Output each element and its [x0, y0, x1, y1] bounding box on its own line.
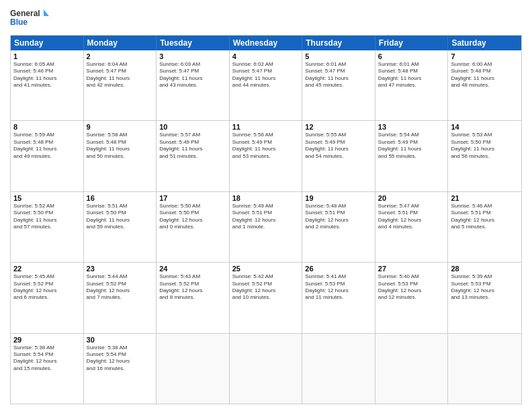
cell-daylight-info: Sunrise: 5:55 AMSunset: 5:49 PMDaylight:…: [305, 132, 372, 160]
day-number: 27: [378, 265, 445, 273]
cell-daylight-info: Sunrise: 5:40 AMSunset: 5:53 PMDaylight:…: [378, 273, 445, 302]
calendar-cell: 8Sunrise: 5:59 AMSunset: 5:48 PMDaylight…: [11, 121, 84, 191]
cell-daylight-info: Sunrise: 5:38 AMSunset: 5:54 PMDaylight:…: [87, 345, 154, 373]
day-number: 22: [13, 265, 81, 273]
calendar-cell: 27Sunrise: 5:40 AMSunset: 5:53 PMDayligh…: [375, 263, 449, 332]
calendar-cell: 24Sunrise: 5:43 AMSunset: 5:52 PMDayligh…: [157, 263, 230, 332]
cell-daylight-info: Sunrise: 5:42 AMSunset: 5:52 PMDaylight:…: [232, 273, 300, 302]
cell-daylight-info: Sunrise: 6:02 AMSunset: 5:47 PMDaylight:…: [232, 61, 300, 89]
day-number: 5: [305, 52, 372, 60]
day-number: 23: [87, 265, 154, 273]
cell-daylight-info: Sunrise: 5:49 AMSunset: 5:51 PMDaylight:…: [232, 203, 300, 231]
day-number: 28: [451, 265, 519, 273]
logo: General Blue: [10, 7, 50, 31]
day-number: 6: [378, 52, 445, 60]
calendar-cell: [448, 334, 521, 404]
calendar-cell: 28Sunrise: 5:39 AMSunset: 5:53 PMDayligh…: [448, 263, 521, 332]
cell-daylight-info: Sunrise: 5:46 AMSunset: 5:51 PMDaylight:…: [451, 203, 519, 231]
day-number: 9: [87, 123, 154, 131]
calendar-cell: 19Sunrise: 5:48 AMSunset: 5:51 PMDayligh…: [302, 192, 375, 262]
cell-daylight-info: Sunrise: 5:50 AMSunset: 5:50 PMDaylight:…: [159, 203, 226, 231]
cell-daylight-info: Sunrise: 5:57 AMSunset: 5:49 PMDaylight:…: [159, 132, 226, 160]
calendar-cell: 30Sunrise: 5:38 AMSunset: 5:54 PMDayligh…: [84, 334, 157, 404]
day-number: 13: [378, 123, 445, 131]
calendar-cell: 26Sunrise: 5:41 AMSunset: 5:53 PMDayligh…: [302, 263, 375, 332]
calendar-cell: 1Sunrise: 6:05 AMSunset: 5:46 PMDaylight…: [11, 50, 84, 120]
calendar-week-row: 8Sunrise: 5:59 AMSunset: 5:48 PMDaylight…: [11, 120, 521, 191]
calendar-week-row: 22Sunrise: 5:45 AMSunset: 5:52 PMDayligh…: [11, 262, 521, 332]
calendar-header-cell: Tuesday: [157, 36, 230, 50]
calendar-header-cell: Sunday: [11, 36, 84, 50]
svg-text:Blue: Blue: [10, 17, 28, 27]
calendar-header-cell: Wednesday: [230, 36, 303, 50]
cell-daylight-info: Sunrise: 6:00 AMSunset: 5:48 PMDaylight:…: [451, 61, 519, 89]
day-number: 10: [159, 123, 226, 131]
svg-marker-2: [44, 9, 49, 16]
cell-daylight-info: Sunrise: 5:54 AMSunset: 5:49 PMDaylight:…: [378, 132, 445, 160]
day-number: 24: [159, 265, 226, 273]
calendar-cell: 11Sunrise: 5:56 AMSunset: 5:49 PMDayligh…: [230, 121, 303, 191]
calendar-cell: 2Sunrise: 6:04 AMSunset: 5:47 PMDaylight…: [84, 50, 157, 120]
calendar-cell: 25Sunrise: 5:42 AMSunset: 5:52 PMDayligh…: [230, 263, 303, 332]
calendar-cell: [375, 334, 449, 404]
day-number: 12: [305, 123, 372, 131]
cell-daylight-info: Sunrise: 5:52 AMSunset: 5:50 PMDaylight:…: [13, 203, 81, 231]
calendar-cell: 13Sunrise: 5:54 AMSunset: 5:49 PMDayligh…: [375, 121, 449, 191]
calendar-cell: 4Sunrise: 6:02 AMSunset: 5:47 PMDaylight…: [230, 50, 303, 120]
calendar-body: 1Sunrise: 6:05 AMSunset: 5:46 PMDaylight…: [11, 50, 521, 404]
day-number: 30: [87, 336, 154, 344]
cell-daylight-info: Sunrise: 5:56 AMSunset: 5:49 PMDaylight:…: [232, 132, 300, 160]
page: General Blue SundayMondayTuesdayWednesda…: [0, 0, 532, 411]
cell-daylight-info: Sunrise: 5:41 AMSunset: 5:53 PMDaylight:…: [305, 273, 372, 302]
calendar-header-row: SundayMondayTuesdayWednesdayThursdayFrid…: [11, 36, 521, 50]
calendar-week-row: 29Sunrise: 5:38 AMSunset: 5:54 PMDayligh…: [11, 333, 521, 404]
calendar-cell: 12Sunrise: 5:55 AMSunset: 5:49 PMDayligh…: [302, 121, 375, 191]
day-number: 29: [13, 336, 81, 344]
cell-daylight-info: Sunrise: 5:38 AMSunset: 5:54 PMDaylight:…: [13, 345, 81, 373]
day-number: 26: [305, 265, 372, 273]
calendar-cell: [302, 334, 375, 404]
calendar-cell: [230, 334, 303, 404]
cell-daylight-info: Sunrise: 5:48 AMSunset: 5:51 PMDaylight:…: [305, 203, 372, 231]
cell-daylight-info: Sunrise: 5:47 AMSunset: 5:51 PMDaylight:…: [378, 203, 445, 231]
calendar: SundayMondayTuesdayWednesdayThursdayFrid…: [10, 35, 522, 404]
calendar-cell: 6Sunrise: 6:01 AMSunset: 5:48 PMDaylight…: [375, 50, 449, 120]
day-number: 11: [232, 123, 300, 131]
calendar-cell: 15Sunrise: 5:52 AMSunset: 5:50 PMDayligh…: [11, 192, 84, 262]
calendar-cell: 22Sunrise: 5:45 AMSunset: 5:52 PMDayligh…: [11, 263, 84, 332]
calendar-week-row: 15Sunrise: 5:52 AMSunset: 5:50 PMDayligh…: [11, 191, 521, 262]
day-number: 14: [451, 123, 519, 131]
day-number: 15: [13, 194, 81, 202]
cell-daylight-info: Sunrise: 5:39 AMSunset: 5:53 PMDaylight:…: [451, 273, 519, 302]
cell-daylight-info: Sunrise: 5:44 AMSunset: 5:52 PMDaylight:…: [87, 273, 154, 302]
calendar-header-cell: Monday: [84, 36, 157, 50]
calendar-week-row: 1Sunrise: 6:05 AMSunset: 5:46 PMDaylight…: [11, 50, 521, 120]
cell-daylight-info: Sunrise: 5:59 AMSunset: 5:48 PMDaylight:…: [13, 132, 81, 160]
header: General Blue: [10, 7, 522, 31]
logo-svg: General Blue: [10, 7, 50, 31]
cell-daylight-info: Sunrise: 6:04 AMSunset: 5:47 PMDaylight:…: [87, 61, 154, 89]
calendar-cell: 14Sunrise: 5:53 AMSunset: 5:50 PMDayligh…: [448, 121, 521, 191]
day-number: 4: [232, 52, 300, 60]
svg-text:General: General: [10, 9, 40, 18]
calendar-cell: 9Sunrise: 5:58 AMSunset: 5:48 PMDaylight…: [84, 121, 157, 191]
day-number: 25: [232, 265, 300, 273]
day-number: 19: [305, 194, 372, 202]
cell-daylight-info: Sunrise: 6:03 AMSunset: 5:47 PMDaylight:…: [159, 61, 226, 89]
day-number: 8: [13, 123, 81, 131]
cell-daylight-info: Sunrise: 5:45 AMSunset: 5:52 PMDaylight:…: [13, 273, 81, 302]
calendar-cell: 21Sunrise: 5:46 AMSunset: 5:51 PMDayligh…: [448, 192, 521, 262]
cell-daylight-info: Sunrise: 5:58 AMSunset: 5:48 PMDaylight:…: [87, 132, 154, 160]
cell-daylight-info: Sunrise: 5:43 AMSunset: 5:52 PMDaylight:…: [159, 273, 226, 302]
cell-daylight-info: Sunrise: 6:05 AMSunset: 5:46 PMDaylight:…: [13, 61, 81, 89]
cell-daylight-info: Sunrise: 6:01 AMSunset: 5:47 PMDaylight:…: [305, 61, 372, 89]
calendar-cell: 10Sunrise: 5:57 AMSunset: 5:49 PMDayligh…: [157, 121, 230, 191]
calendar-cell: 5Sunrise: 6:01 AMSunset: 5:47 PMDaylight…: [302, 50, 375, 120]
cell-daylight-info: Sunrise: 5:53 AMSunset: 5:50 PMDaylight:…: [451, 132, 519, 160]
cell-daylight-info: Sunrise: 6:01 AMSunset: 5:48 PMDaylight:…: [378, 61, 445, 89]
day-number: 2: [87, 52, 154, 60]
day-number: 16: [87, 194, 154, 202]
calendar-cell: [157, 334, 230, 404]
calendar-cell: 20Sunrise: 5:47 AMSunset: 5:51 PMDayligh…: [375, 192, 449, 262]
day-number: 20: [378, 194, 445, 202]
